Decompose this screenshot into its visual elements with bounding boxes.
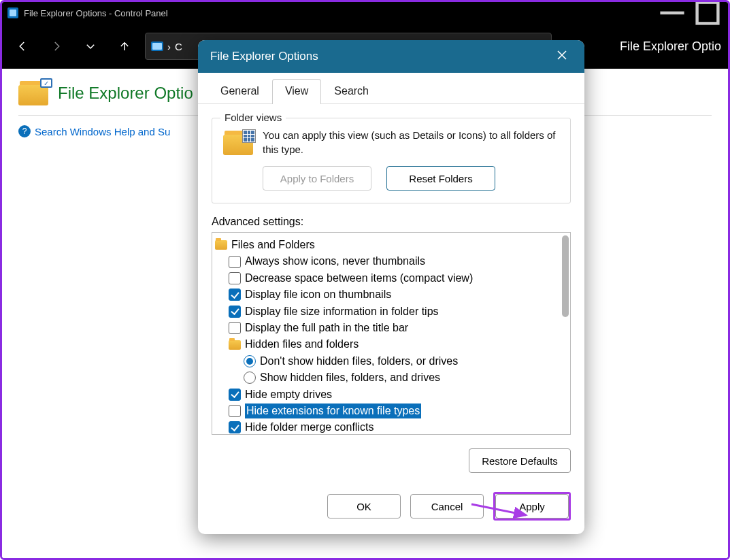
dialog-tabs: General View Search: [198, 78, 584, 104]
folder-icon: [229, 340, 241, 350]
reset-folders-button[interactable]: Reset Folders: [386, 166, 495, 191]
checkbox[interactable]: [229, 405, 241, 417]
checkbox[interactable]: [229, 322, 241, 334]
page-title: File Explorer Optio: [58, 84, 193, 103]
apply-highlight: Apply: [493, 492, 571, 521]
tab-general[interactable]: General: [208, 79, 272, 104]
tree-item[interactable]: Display file icon on thumbnails: [245, 287, 391, 302]
folder-views-desc: You can apply this view (such as Details…: [263, 128, 559, 157]
help-text: Search Windows Help and Su: [35, 126, 170, 137]
help-icon: ?: [18, 125, 31, 137]
checkbox[interactable]: [229, 389, 241, 401]
minimize-button[interactable]: [657, 2, 687, 24]
advanced-settings-tree[interactable]: Files and Folders Always show icons, nev…: [212, 232, 571, 435]
window-titlebar: File Explorer Options - Control Panel: [2, 2, 728, 24]
search-box[interactable]: File Explorer Optio: [620, 39, 721, 54]
forward-button[interactable]: [43, 33, 70, 60]
window-title: File Explorer Options - Control Panel: [24, 8, 168, 18]
svg-rect-1: [697, 3, 718, 24]
apply-to-folders-button: Apply to Folders: [263, 166, 371, 191]
address-icon: [151, 42, 163, 51]
restore-defaults-button[interactable]: Restore Defaults: [469, 448, 571, 473]
folder-icon: [215, 240, 227, 250]
back-button[interactable]: [9, 33, 36, 60]
dialog-close-button[interactable]: [552, 45, 572, 69]
tab-view[interactable]: View: [272, 79, 321, 104]
tree-item[interactable]: Show hidden files, folders, and drives: [260, 370, 440, 385]
ok-button[interactable]: OK: [327, 494, 401, 518]
folder-views-label: Folder views: [220, 112, 286, 123]
tree-item[interactable]: Don't show hidden files, folders, or dri…: [260, 354, 458, 369]
tree-group: Files and Folders: [231, 237, 315, 252]
folder-views-icon: [223, 131, 253, 155]
app-icon: [7, 7, 18, 18]
breadcrumb-item[interactable]: C: [175, 41, 182, 52]
checkbox[interactable]: [229, 272, 241, 284]
tree-item[interactable]: Hide folder merge conflicts: [245, 420, 374, 435]
checkbox[interactable]: [229, 289, 241, 301]
checkbox[interactable]: [229, 306, 241, 318]
checkbox[interactable]: [229, 421, 241, 433]
dialog-title: File Explorer Options: [210, 50, 318, 63]
folder-options-icon: ✓: [18, 81, 48, 105]
up-button[interactable]: [111, 33, 138, 60]
dialog-titlebar: File Explorer Options: [198, 40, 584, 73]
recent-dropdown[interactable]: [77, 33, 104, 60]
tree-item[interactable]: Always show icons, never thumbnails: [245, 254, 425, 269]
tree-item[interactable]: Display the full path in the title bar: [245, 320, 408, 335]
radio[interactable]: [244, 355, 256, 367]
file-explorer-options-dialog: File Explorer Options General View Searc…: [198, 40, 584, 534]
apply-button[interactable]: Apply: [495, 494, 569, 518]
tree-item[interactable]: Decrease space between items (compact vi…: [245, 271, 473, 286]
tree-item[interactable]: Hide empty drives: [245, 387, 332, 402]
breadcrumb-separator: ›: [167, 41, 171, 52]
cancel-button[interactable]: Cancel: [410, 494, 484, 518]
dialog-footer: OK Cancel Apply: [198, 482, 584, 534]
tree-item[interactable]: Display file size information in folder …: [245, 304, 439, 319]
folder-views-group: Folder views You can apply this view (su…: [212, 118, 571, 203]
advanced-settings-label: Advanced settings:: [212, 216, 571, 228]
checkbox[interactable]: [229, 256, 241, 268]
radio[interactable]: [244, 372, 256, 384]
maximize-button[interactable]: [693, 2, 723, 24]
tree-item-selected[interactable]: Hide extensions for known file types: [245, 403, 421, 418]
tab-search[interactable]: Search: [321, 79, 382, 104]
tree-scrollbar[interactable]: [562, 235, 569, 317]
tree-group: Hidden files and folders: [245, 337, 359, 352]
